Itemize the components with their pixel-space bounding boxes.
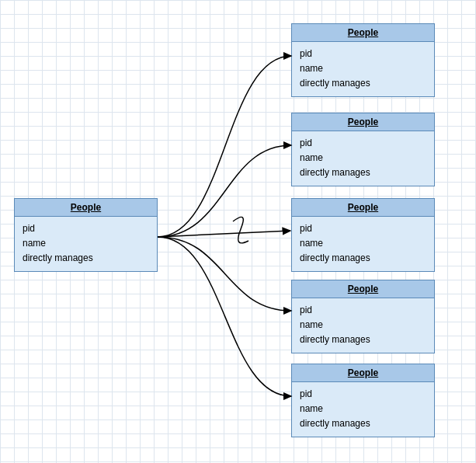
entity-t4: People pid name directly manages <box>291 280 435 353</box>
diagram-canvas: People pid name directly manages People … <box>0 0 476 463</box>
field-directly-manages: directly manages <box>300 416 426 431</box>
field-directly-manages: directly manages <box>300 332 426 347</box>
field-pid: pid <box>300 221 426 236</box>
field-pid: pid <box>300 303 426 318</box>
entity-source-header: People <box>15 199 157 217</box>
entity-t2-header: People <box>292 113 434 131</box>
entity-t4-body: pid name directly manages <box>292 298 434 353</box>
field-pid: pid <box>23 221 149 236</box>
entity-t4-header: People <box>292 280 434 298</box>
entity-t5: People pid name directly manages <box>291 364 435 437</box>
arrow-to-t4 <box>158 237 291 311</box>
field-directly-manages: directly manages <box>23 251 149 266</box>
field-name: name <box>300 151 426 165</box>
entity-t2-body: pid name directly manages <box>292 131 434 186</box>
field-directly-manages: directly manages <box>300 251 426 266</box>
arrow-to-t1 <box>158 56 291 237</box>
field-pid: pid <box>300 47 426 61</box>
field-name: name <box>300 236 426 251</box>
entity-t3-header: People <box>292 199 434 217</box>
field-directly-manages: directly manages <box>300 165 426 180</box>
field-name: name <box>300 402 426 416</box>
field-pid: pid <box>300 136 426 151</box>
entity-t2: People pid name directly manages <box>291 113 435 186</box>
arrow-to-t2 <box>158 145 291 237</box>
entity-source: People pid name directly manages <box>14 198 158 272</box>
entity-t5-label: People <box>348 367 378 378</box>
entity-source-body: pid name directly manages <box>15 217 157 271</box>
arrow-to-t3 <box>158 231 290 237</box>
entity-t1-body: pid name directly manages <box>292 42 434 96</box>
entity-source-label: People <box>71 202 101 213</box>
entity-t1-label: People <box>348 27 378 38</box>
field-pid: pid <box>300 387 426 402</box>
entity-t3-label: People <box>348 202 378 213</box>
arrow-to-t5 <box>158 237 291 396</box>
entity-t1: People pid name directly manages <box>291 23 435 97</box>
entity-t2-label: People <box>348 117 378 127</box>
entity-t3-body: pid name directly manages <box>292 217 434 271</box>
entity-t5-body: pid name directly manages <box>292 382 434 437</box>
field-name: name <box>300 318 426 332</box>
field-name: name <box>300 61 426 76</box>
entity-t4-label: People <box>348 284 378 294</box>
arrow-junction-curve <box>233 217 248 242</box>
field-name: name <box>23 236 149 251</box>
entity-t5-header: People <box>292 364 434 382</box>
entity-t1-header: People <box>292 24 434 42</box>
field-directly-manages: directly manages <box>300 76 426 91</box>
entity-t3: People pid name directly manages <box>291 198 435 272</box>
